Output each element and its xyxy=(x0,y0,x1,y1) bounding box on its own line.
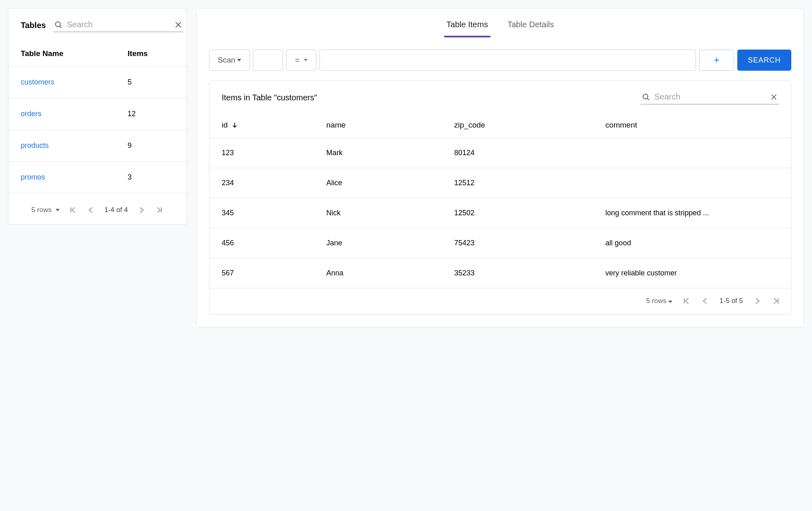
first-page-icon[interactable] xyxy=(682,297,691,305)
close-icon[interactable] xyxy=(174,20,183,29)
rows-per-page-label: 5 rows xyxy=(31,206,52,214)
cell-zip: 35233 xyxy=(442,258,593,288)
item-row[interactable]: 567 Anna 35233 very reliable customer xyxy=(209,258,791,288)
col-name[interactable]: name xyxy=(314,110,442,138)
col-id[interactable]: id xyxy=(222,121,302,130)
filter-value-input[interactable] xyxy=(320,50,696,71)
cell-id: 456 xyxy=(209,228,314,258)
item-row[interactable]: 345 Nick 12502 long comment that is stri… xyxy=(209,198,791,228)
rows-per-page-select[interactable]: 5 rows xyxy=(646,297,673,305)
tables-paginator: 5 rows 1-4 of 4 xyxy=(9,193,186,224)
table-items-count: 9 xyxy=(115,130,186,162)
col-id-label: id xyxy=(222,121,228,130)
cell-id: 123 xyxy=(209,138,314,168)
rows-per-page-label: 5 rows xyxy=(646,297,667,305)
last-page-icon[interactable] xyxy=(771,297,780,305)
cell-id: 345 xyxy=(209,198,314,228)
page-range: 1-4 of 4 xyxy=(104,206,128,214)
cell-name: Nick xyxy=(314,198,442,228)
cell-zip: 12512 xyxy=(442,168,593,198)
item-row[interactable]: 123 Mark 80124 xyxy=(209,138,791,168)
cell-zip: 12502 xyxy=(442,198,593,228)
filter-mode-select[interactable]: Scan xyxy=(209,50,250,71)
first-page-icon[interactable] xyxy=(69,206,78,214)
table-row[interactable]: promos 3 xyxy=(9,162,186,193)
filter-mode-label: Scan xyxy=(218,56,235,65)
svg-point-0 xyxy=(56,22,60,26)
arrow-down-icon xyxy=(231,121,238,129)
page-range: 1-5 of 5 xyxy=(719,297,743,305)
search-icon[interactable] xyxy=(54,20,63,29)
caret-down-icon xyxy=(668,301,672,303)
table-row[interactable]: customers 5 xyxy=(9,67,186,98)
table-items-count: 3 xyxy=(115,162,186,193)
next-page-icon[interactable] xyxy=(137,206,146,214)
cell-id: 234 xyxy=(209,168,314,198)
table-row[interactable]: products 9 xyxy=(9,130,186,162)
table-items-count: 5 xyxy=(115,67,186,98)
filter-operator-label: = xyxy=(295,56,299,65)
prev-page-icon[interactable] xyxy=(701,297,710,305)
tables-search-input[interactable] xyxy=(67,20,170,29)
cell-zip: 75423 xyxy=(442,228,593,258)
svg-line-1 xyxy=(60,26,61,27)
col-items[interactable]: Items xyxy=(115,37,186,67)
cell-comment xyxy=(593,138,791,168)
table-link-products[interactable]: products xyxy=(21,141,49,149)
item-row[interactable]: 456 Jane 75423 all good xyxy=(209,228,791,258)
item-row[interactable]: 234 Alice 12512 xyxy=(209,168,791,198)
caret-down-icon xyxy=(304,59,308,61)
col-zip-code[interactable]: zip_code xyxy=(442,110,593,138)
items-search-input[interactable] xyxy=(654,92,766,102)
prev-page-icon[interactable] xyxy=(86,206,95,214)
cell-zip: 80124 xyxy=(442,138,593,168)
table-items-count: 12 xyxy=(115,98,186,130)
table-link-customers[interactable]: customers xyxy=(21,78,54,86)
svg-point-6 xyxy=(643,94,648,99)
search-icon[interactable] xyxy=(641,93,650,102)
close-icon[interactable] xyxy=(770,93,778,101)
tab-table-items[interactable]: Table Items xyxy=(444,16,490,37)
rows-per-page-select[interactable]: 5 rows xyxy=(31,206,60,214)
cell-comment: long comment that is stripped ... xyxy=(593,198,791,228)
last-page-icon[interactable] xyxy=(155,206,164,214)
caret-down-icon xyxy=(56,209,60,211)
items-title: Items in Table "customers" xyxy=(222,93,633,102)
filter-operator-select[interactable]: = xyxy=(286,50,316,71)
cell-name: Alice xyxy=(314,168,442,198)
table-link-orders[interactable]: orders xyxy=(21,110,41,118)
cell-comment xyxy=(593,168,791,198)
caret-down-icon xyxy=(237,59,241,61)
col-table-name[interactable]: Table Name xyxy=(9,37,115,67)
col-comment[interactable]: comment xyxy=(593,110,791,138)
items-search-box[interactable] xyxy=(641,91,779,104)
filter-attribute-select[interactable] xyxy=(253,50,283,71)
table-row[interactable]: orders 12 xyxy=(9,98,186,130)
table-link-promos[interactable]: promos xyxy=(21,173,45,181)
plus-icon: + xyxy=(714,54,719,66)
tables-panel: Tables Table Name Items customers 5 xyxy=(8,8,187,225)
cell-comment: all good xyxy=(593,228,791,258)
tables-title: Tables xyxy=(21,21,46,30)
tables-search-box[interactable] xyxy=(53,18,184,32)
add-filter-button[interactable]: + xyxy=(699,50,734,71)
next-page-icon[interactable] xyxy=(753,297,762,305)
cell-comment: very reliable customer xyxy=(593,258,791,288)
tabs: Table Items Table Details xyxy=(197,9,803,37)
cell-name: Mark xyxy=(314,138,442,168)
filter-row: Scan = + SEARCH xyxy=(197,37,803,80)
cell-id: 567 xyxy=(209,258,314,288)
items-paginator: 5 rows 1-5 of 5 xyxy=(209,288,791,314)
cell-name: Anna xyxy=(314,258,442,288)
search-button[interactable]: SEARCH xyxy=(737,50,791,71)
cell-name: Jane xyxy=(314,228,442,258)
details-panel: Table Items Table Details Scan = + SEARC… xyxy=(197,8,804,327)
svg-line-7 xyxy=(647,98,649,100)
items-card: Items in Table "customers" id xyxy=(209,80,791,315)
tab-table-details[interactable]: Table Details xyxy=(505,16,557,37)
